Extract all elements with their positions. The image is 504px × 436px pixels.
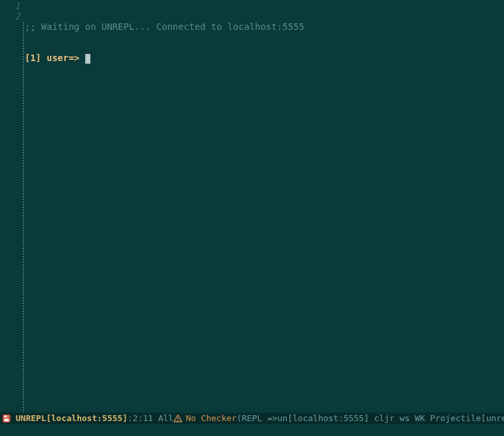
prompt-counter: [1] [25, 53, 41, 63]
svg-rect-3 [7, 416, 8, 418]
line-number: 1 [0, 1, 20, 11]
svg-rect-2 [5, 419, 9, 422]
save-icon [3, 415, 10, 422]
repl-editor: 1 2 ;; Waiting on UNREPL... Connected to… [0, 0, 504, 436]
svg-point-5 [177, 420, 178, 421]
text-area[interactable]: ;; Waiting on UNREPL... Connected to loc… [25, 0, 504, 413]
text-cursor [85, 54, 90, 64]
comment-prefix: ;; [25, 21, 41, 32]
minibuffer[interactable] [0, 424, 504, 436]
flycheck-status: No Checker [186, 413, 237, 424]
comment-text: Waiting on UNREPL... Connected to localh… [41, 21, 304, 32]
line-number-gutter: 1 2 [0, 0, 23, 413]
prompt-namespace: user=> [41, 53, 85, 63]
line-number: 2 [0, 11, 20, 21]
buffer-area[interactable]: 1 2 ;; Waiting on UNREPL... Connected to… [0, 0, 504, 413]
repl-message-line: ;; Waiting on UNREPL... Connected to loc… [25, 21, 504, 32]
buffer-position: :2:11 All [127, 413, 173, 424]
warning-icon [174, 415, 182, 422]
repl-prompt-line[interactable]: [1] user=> [25, 53, 504, 63]
minor-modes: (REPL =>un[localhost:5555] cljr ws WK Pr… [237, 413, 504, 424]
buffer-name: UNREPL[localhost:5555] [16, 413, 127, 424]
mode-line[interactable]: UNREPL[localhost:5555]:2:11 All No Check… [0, 413, 504, 424]
